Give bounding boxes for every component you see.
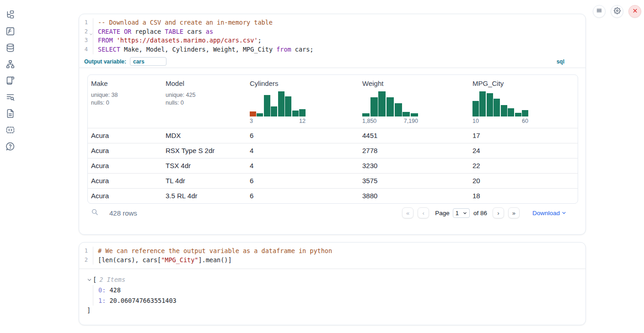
code-line[interactable]: 1# We can reference the output variable … <box>79 247 585 256</box>
scratchpad-icon[interactable] <box>0 72 20 89</box>
table-row[interactable]: Acura3.5 RL 4dr6388018 <box>88 188 578 203</box>
code-line[interactable]: 4SELECT Make, Model, Cylinders, Weight, … <box>79 45 585 54</box>
row-count: 428 rows <box>109 209 137 217</box>
histogram-bar[interactable] <box>402 112 410 116</box>
table-cell: 3575 <box>359 177 469 185</box>
histogram-axis: 312 <box>250 118 306 124</box>
histogram-bar[interactable] <box>479 91 486 116</box>
tree-items-count: 2 Items <box>99 275 125 284</box>
search-button[interactable] <box>91 208 98 217</box>
python-cell: 1# We can reference the output variable … <box>79 242 586 325</box>
histogram-bar[interactable] <box>515 113 521 116</box>
table-cell: 18 <box>469 192 578 200</box>
histogram-bar[interactable] <box>494 99 500 116</box>
histogram-bar[interactable] <box>250 111 256 116</box>
sql-code-editor[interactable]: 1-- Download a CSV and create an in-memo… <box>79 14 585 57</box>
tree-close-bracket: ] <box>87 306 577 315</box>
table-cell: Acura <box>88 132 162 139</box>
dependency-graph-icon[interactable] <box>0 56 20 72</box>
table-cell: 6 <box>247 177 359 185</box>
variables-icon[interactable] <box>0 23 20 39</box>
shutdown-button[interactable] <box>628 5 641 18</box>
sql-cell: 1-- Download a CSV and create an in-memo… <box>79 14 586 235</box>
table-row[interactable]: AcuraMDX6445117 <box>88 128 578 143</box>
left-sidebar <box>0 0 20 333</box>
table-cell: RSX Type S 2dr <box>162 147 247 154</box>
chevron-down-icon <box>562 211 566 215</box>
histogram-bar[interactable] <box>370 97 378 116</box>
histogram-bar[interactable] <box>271 106 277 116</box>
chevron-left-icon: ‹ <box>422 210 424 217</box>
column-histogram: 312 <box>250 91 306 124</box>
table-cell: 20 <box>469 177 578 185</box>
histogram-bar[interactable] <box>501 105 507 116</box>
histogram-bar[interactable] <box>257 113 263 116</box>
histogram-bar[interactable] <box>522 110 528 116</box>
histogram-bar[interactable] <box>278 91 284 116</box>
download-button[interactable]: Download <box>532 210 566 217</box>
collapse-chevron-icon[interactable] <box>87 277 92 282</box>
menu-button[interactable] <box>593 5 606 18</box>
histogram-bar[interactable] <box>264 95 270 116</box>
language-badge: sql <box>557 58 564 65</box>
column-header[interactable]: Weight1,8507,190 <box>359 79 469 124</box>
prev-page-button[interactable]: ‹ <box>418 207 429 218</box>
first-page-button[interactable]: « <box>402 207 413 218</box>
column-header[interactable]: Makeunique: 38nulls: 0 <box>88 79 162 124</box>
tree-entry: 1: 20.060747663551403 <box>98 296 577 306</box>
column-name: MPG_City <box>472 79 578 87</box>
histogram-bar[interactable] <box>395 103 402 116</box>
axis-min-label: 10 <box>472 118 479 124</box>
code-line[interactable]: 1-- Download a CSV and create an in-memo… <box>79 18 585 27</box>
output-variable-input[interactable] <box>130 57 166 66</box>
code-text: FROM 'https://datasets.marimo.app/cars.c… <box>93 36 262 45</box>
histogram-bar[interactable] <box>508 108 514 116</box>
documentation-icon[interactable] <box>0 105 20 122</box>
histogram-bar[interactable] <box>299 109 306 116</box>
table-row[interactable]: AcuraRSX Type S 2dr4277824 <box>88 143 578 158</box>
help-icon[interactable] <box>0 138 20 154</box>
table-cell: TL 4dr <box>162 177 247 185</box>
code-line[interactable]: 2CREATE OR replace TABLE cars as <box>79 27 585 37</box>
column-name: Cylinders <box>250 79 359 87</box>
download-label: Download <box>532 210 560 217</box>
tree-entry: 0: 428 <box>98 285 577 296</box>
code-line[interactable]: 3FROM 'https://datasets.marimo.app/cars.… <box>79 36 585 45</box>
search-icon <box>91 208 98 217</box>
histogram-bar[interactable] <box>362 113 370 116</box>
table-cell: MDX <box>162 132 247 139</box>
tree-entry-key: 0: <box>98 286 106 294</box>
histogram-bar[interactable] <box>378 91 386 116</box>
code-line[interactable]: 2[len(cars), cars["MPG_City"].mean()] <box>79 256 585 265</box>
page-number-select[interactable]: 1 <box>453 208 470 218</box>
histogram-bar[interactable] <box>411 113 418 116</box>
axis-max-label: 12 <box>299 118 306 124</box>
hamburger-icon <box>596 7 602 16</box>
histogram-bar[interactable] <box>386 97 394 116</box>
table-row[interactable]: AcuraTL 4dr6357520 <box>88 173 578 188</box>
logs-icon[interactable] <box>0 89 20 105</box>
snippets-icon[interactable] <box>0 122 20 138</box>
tree-output: [ 2 Items 0: 4281: 20.060747663551403 ] <box>79 269 585 321</box>
histogram-bar[interactable] <box>285 96 291 116</box>
next-page-button[interactable]: › <box>493 207 504 218</box>
file-explorer-icon[interactable] <box>0 6 20 23</box>
table-footer: 428 rows « ‹ Page 1 of 86 › » Download <box>87 204 578 222</box>
table-cell: 17 <box>469 132 578 139</box>
histogram-bar[interactable] <box>292 111 299 116</box>
code-text: -- Download a CSV and create an in-memor… <box>93 18 273 27</box>
table-row[interactable]: AcuraTSX 4dr4323022 <box>88 158 578 173</box>
table-cell: 2778 <box>359 147 469 154</box>
table-cell: 6 <box>247 132 359 139</box>
column-name: Model <box>166 79 247 87</box>
datasources-icon[interactable] <box>0 39 20 56</box>
python-code-editor[interactable]: 1# We can reference the output variable … <box>79 243 585 269</box>
histogram-bar[interactable] <box>487 93 493 116</box>
table-cell: 4 <box>247 147 359 154</box>
column-header[interactable]: Cylinders312 <box>247 79 359 124</box>
settings-button[interactable] <box>611 5 623 18</box>
column-header[interactable]: Modelunique: 425nulls: 0 <box>162 79 247 124</box>
column-header[interactable]: MPG_City1060 <box>469 79 578 124</box>
last-page-button[interactable]: » <box>508 207 520 218</box>
histogram-bar[interactable] <box>472 101 479 116</box>
